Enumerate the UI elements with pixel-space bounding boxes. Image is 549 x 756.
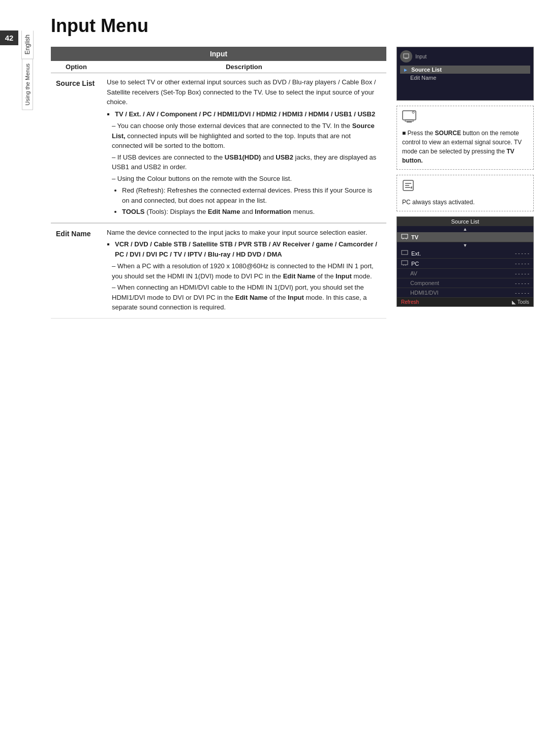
sl-pc-label: PC [411, 261, 419, 267]
source-list-circles: Red (Refresh): Refreshes the connected e… [122, 185, 381, 217]
menu-icon [400, 50, 412, 62]
source-list-inputs: TV / Ext. / AV / Component / PC / HDMI1/… [115, 110, 375, 118]
edit-name-dash1: When a PC with a resolution of 1920 x 10… [112, 261, 381, 281]
sl-av-label: AV [401, 270, 417, 276]
svg-rect-0 [404, 54, 409, 58]
source-list-description: Use to select TV or other external input… [102, 73, 386, 223]
edit-name-intro: Name the device connected to the input j… [107, 228, 381, 238]
sl-hdmi1-dots: - - - - - [515, 290, 529, 296]
menu-edit-name: Edit Name [400, 74, 530, 82]
source-list-dash2: If USB devices are connected to the USB1… [112, 152, 381, 172]
menu-screenshot: Input ► Source List Edit Name [396, 47, 534, 101]
edit-name-bullet1: VCR / DVD / Cable STB / Satellite STB / … [115, 239, 381, 259]
source-list-dash1: You can choose only those external devic… [112, 121, 381, 151]
main-content: Input Menu Input Option Description [41, 0, 549, 334]
svg-rect-10 [402, 234, 408, 238]
source-list-option: Source List [51, 73, 102, 223]
sidebar-english: English [21, 30, 34, 59]
table-header: Input [51, 47, 386, 61]
svg-rect-13 [402, 250, 408, 255]
sl-row-pc: PC - - - - - [397, 259, 533, 269]
menu-source-list: ► Source List [400, 66, 530, 74]
sl-pc-dots: - - - - - [515, 261, 529, 266]
sidebar: English Using the Menus [18, 30, 37, 110]
menu-input-label: Input [415, 54, 426, 59]
note1-text: ■ Press the SOURCE button on the remote … [402, 129, 528, 165]
sidebar-using: Using the Menus [22, 59, 33, 110]
source-list-screen: Source List ▲ TV ▼ [396, 216, 534, 307]
source-list-circle2: TOOLS (Tools): Displays the Edit Name an… [122, 207, 381, 217]
source-list-intro: Use to select TV or other external input… [107, 77, 381, 107]
col-header-row: Option Description [51, 61, 386, 73]
sl-ext-dots: - - - - - [515, 250, 529, 256]
col-description: Description [102, 61, 386, 73]
sl-ext-label: Ext. [411, 250, 421, 257]
sl-ext-icon [401, 250, 408, 257]
sl-tv-icon [401, 234, 408, 240]
page-title: Input Menu [51, 15, 534, 37]
sl-row-av: AV - - - - - [397, 269, 533, 278]
sl-screen-title: Source List [397, 217, 533, 226]
menu-edit-name-label: Edit Name [410, 75, 436, 81]
edit-name-row: Edit Name Name the device connected to t… [51, 223, 386, 319]
sl-refresh-label: Refresh [401, 299, 419, 305]
right-column: Input ► Source List Edit Name [396, 47, 534, 307]
sl-row-tv: TV [397, 232, 533, 242]
note2-icon [402, 179, 528, 196]
source-list-row: Source List Use to select TV or other ex… [51, 73, 386, 223]
sl-av-dots: - - - - - [515, 271, 529, 276]
note-source-button: ■ Press the SOURCE button on the remote … [396, 106, 534, 170]
svg-rect-1 [405, 58, 408, 59]
source-list-dash3: Using the Colour buttons on the remote w… [112, 174, 381, 184]
source-list-bullet1: TV / Ext. / AV / Component / PC / HDMI1/… [115, 109, 381, 119]
note1-icon [402, 110, 528, 127]
menu-source-list-label: Source List [411, 67, 442, 73]
svg-point-5 [412, 111, 414, 113]
page-number: 42 [0, 30, 18, 45]
sl-component-label: Component [401, 280, 439, 286]
edit-name-dash2: When connecting an HDMI/DVI cable to the… [112, 282, 381, 312]
sl-pc-icon [401, 260, 408, 267]
sl-arrow-up: ▲ [397, 226, 533, 232]
sl-row-hdmi1: HDMI1/DVI - - - - - [397, 288, 533, 298]
svg-rect-2 [403, 111, 416, 120]
sl-component-dots: - - - - - [515, 280, 529, 286]
table-header-row: Input [51, 47, 386, 61]
input-table: Input Option Description Source List Use… [51, 47, 386, 319]
note2-text: PC always stays activated. [402, 198, 528, 207]
svg-rect-3 [405, 120, 413, 121]
svg-rect-14 [402, 261, 408, 265]
svg-rect-4 [407, 121, 412, 122]
sl-arrow-down: ▼ [397, 242, 533, 248]
sl-hdmi1-label: HDMI1/DVI [401, 290, 439, 296]
col-option: Option [51, 61, 102, 73]
sl-row-component: Component - - - - - [397, 278, 533, 288]
sl-tools-label: ◣ Tools [512, 299, 529, 305]
note-pc-activated: PC always stays activated. [396, 175, 534, 211]
edit-name-dashes: When a PC with a resolution of 1920 x 10… [112, 261, 381, 312]
edit-name-description: Name the device connected to the input j… [102, 223, 386, 319]
edit-name-options-list: VCR / DVD / Cable STB / Satellite STB / … [115, 240, 377, 258]
sl-row-ext: Ext. - - - - - [397, 248, 533, 259]
sl-tv-label: TV [411, 234, 418, 240]
sl-bottom-bar: Refresh ◣ Tools [397, 298, 533, 306]
menu-top: Input [400, 50, 530, 62]
source-list-dashes: You can choose only those external devic… [112, 121, 381, 183]
source-list-circle1: Red (Refresh): Refreshes the connected e… [122, 185, 381, 205]
edit-name-option: Edit Name [51, 223, 102, 319]
content-columns: Input Option Description Source List Use… [51, 47, 534, 319]
menu-arrow: ► [403, 67, 408, 73]
left-column: Input Option Description Source List Use… [51, 47, 386, 319]
